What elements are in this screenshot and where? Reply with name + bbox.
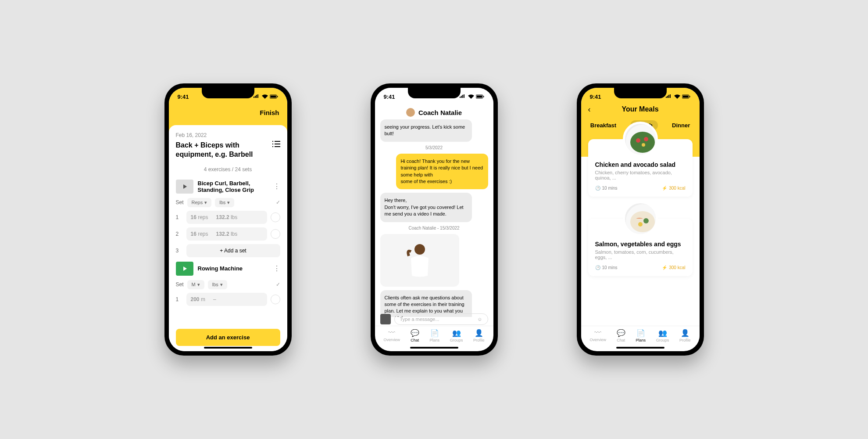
tab-breakfast[interactable]: Breakfast (585, 120, 622, 130)
nav-groups[interactable]: 👥Groups (450, 329, 463, 342)
set-row: 2 16 reps 132.2 lbs (176, 227, 280, 241)
exercise-thumb[interactable] (176, 180, 193, 194)
nav-groups[interactable]: 👥Groups (656, 329, 669, 342)
status-icons (459, 94, 485, 99)
status-icons (253, 94, 279, 99)
bottom-nav: 〰Overview 💬Chat 📄Plans 👥Groups 👤Profile (581, 326, 700, 345)
lightning-icon: ⚡ (662, 265, 667, 270)
page-title: Your Meals (622, 105, 658, 113)
exercise-name: Rowing Machine (198, 265, 269, 272)
status-time: 9:41 (590, 94, 601, 100)
set-values[interactable]: 16 reps 132.2 lbs (186, 211, 267, 224)
nav-profile[interactable]: 👤Profile (473, 329, 485, 342)
svg-rect-4 (476, 96, 482, 98)
meal-image (623, 122, 658, 157)
nav-chat[interactable]: 💬Chat (617, 329, 625, 342)
exercise-name: Bicep Curl, Barbell, Standing, Close Gri… (198, 180, 269, 193)
phone-workout: 9:41 Finish Feb 16, 2022 Back + Biceps w… (164, 83, 292, 356)
chat-header: Coach Natalie (375, 105, 493, 119)
meal-time: 🕐10 mins (595, 265, 618, 270)
workout-meta: 4 exercises / 24 sets (176, 166, 280, 173)
set-values[interactable]: 200 m – (186, 293, 267, 306)
meal-card[interactable]: Chicken and avocado salad Chicken, cherr… (588, 139, 693, 197)
back-button[interactable]: ‹ (588, 105, 591, 114)
set-checkbox[interactable] (271, 229, 280, 239)
set-label: Set (176, 281, 184, 288)
unit-selector[interactable]: M▾ (187, 280, 204, 289)
status-icons (665, 94, 691, 99)
nav-plans[interactable]: 📄Plans (636, 329, 646, 342)
workout-title: Back + Biceps with equipment, e.g. Barbe… (176, 141, 272, 159)
add-exercise-button[interactable]: Add an exercise (176, 329, 280, 346)
svg-rect-9 (689, 96, 690, 97)
message-image[interactable] (380, 234, 459, 287)
svg-rect-1 (270, 96, 276, 98)
nav-chat[interactable]: 💬Chat (411, 329, 419, 342)
home-indicator[interactable] (204, 347, 252, 349)
meal-card[interactable]: Salmon, vegetables and eggs Salmon, toma… (588, 219, 693, 276)
set-checkbox[interactable] (271, 212, 280, 222)
finish-button[interactable]: Finish (260, 109, 279, 116)
home-indicator[interactable] (616, 347, 664, 349)
message-incoming: Clients often ask me questions about som… (380, 290, 472, 317)
lightning-icon: ⚡ (662, 186, 667, 191)
svg-rect-2 (277, 96, 278, 97)
message-outgoing: Hi coach! Thank you for the new training… (396, 154, 488, 190)
svg-rect-8 (682, 96, 688, 98)
home-indicator[interactable] (410, 347, 458, 349)
tab-dinner[interactable]: Dinner (667, 120, 695, 130)
more-icon[interactable]: ⋮ (273, 182, 280, 191)
message-input[interactable]: Type a message... ☺ (394, 313, 488, 325)
unit-selector[interactable]: lbs▾ (208, 280, 227, 289)
set-checkbox[interactable] (271, 295, 280, 304)
set-row: 1 16 reps 132.2 lbs (176, 211, 280, 224)
svg-point-13 (644, 137, 648, 141)
messages-list[interactable]: seeing your progress. Let's kick some bu… (375, 119, 493, 317)
attach-image-button[interactable] (380, 314, 391, 324)
nav-profile[interactable]: 👤Profile (679, 329, 691, 342)
exercise-item: Bicep Curl, Barbell, Standing, Close Gri… (176, 180, 280, 257)
meal-ingredients: Chicken, cherry tomatoes, avocado, quino… (595, 170, 686, 180)
meal-image (623, 201, 658, 236)
phone-chat: 9:41 Coach Natalie seeing your progress.… (371, 83, 498, 356)
meal-time: 🕐10 mins (595, 186, 618, 191)
check-icon: ✓ (276, 281, 280, 288)
check-icon: ✓ (276, 199, 280, 205)
nav-overview[interactable]: 〰Overview (383, 329, 400, 342)
reps-selector[interactable]: Reps▾ (187, 198, 212, 207)
meal-kcal: ⚡300 kcal (662, 265, 685, 270)
meal-name: Salmon, vegetables and eggs (595, 241, 686, 248)
svg-point-16 (630, 211, 655, 232)
svg-point-11 (630, 132, 655, 153)
svg-point-14 (642, 143, 645, 147)
nav-plans[interactable]: 📄Plans (429, 329, 439, 342)
svg-point-17 (643, 218, 649, 223)
svg-point-12 (636, 138, 640, 143)
coach-avatar[interactable] (406, 108, 415, 117)
clock-icon: 🕐 (595, 186, 600, 191)
exercise-thumb[interactable] (176, 262, 193, 276)
list-icon[interactable] (272, 141, 280, 147)
unit-selector[interactable]: lbs▾ (215, 198, 234, 207)
svg-rect-5 (483, 96, 484, 97)
meal-name: Chicken and avocado salad (595, 161, 686, 168)
set-row: 1 200 m – (176, 293, 280, 306)
svg-point-18 (638, 222, 643, 227)
phone-meals: 9:41 ‹ Your Meals Breakfast Lunch Dinner (577, 83, 704, 356)
date-marker: 5/3/2022 (380, 145, 488, 150)
message-incoming: Hey there, Don't worry, I've got you cov… (380, 193, 472, 222)
meal-kcal: ⚡300 kcal (662, 186, 685, 191)
meal-ingredients: Salmon, tomatoes, corn, cucumbers, eggs,… (595, 249, 686, 260)
status-time: 9:41 (384, 94, 395, 100)
bottom-nav: 〰Overview 💬Chat 📄Plans 👥Groups 👤Profile (375, 326, 493, 345)
emoji-icon[interactable]: ☺ (477, 317, 482, 322)
set-values[interactable]: 16 reps 132.2 lbs (186, 227, 267, 241)
add-set-button[interactable]: + Add a set (186, 244, 280, 257)
message-incoming: seeing your progress. Let's kick some bu… (380, 119, 472, 142)
date-marker: Coach Natalie - 15/3/2022 (380, 226, 488, 230)
set-label: Set (176, 199, 184, 205)
more-icon[interactable]: ⋮ (273, 264, 280, 273)
coach-name: Coach Natalie (418, 109, 462, 116)
svg-point-6 (414, 244, 425, 255)
nav-overview[interactable]: 〰Overview (589, 329, 606, 342)
